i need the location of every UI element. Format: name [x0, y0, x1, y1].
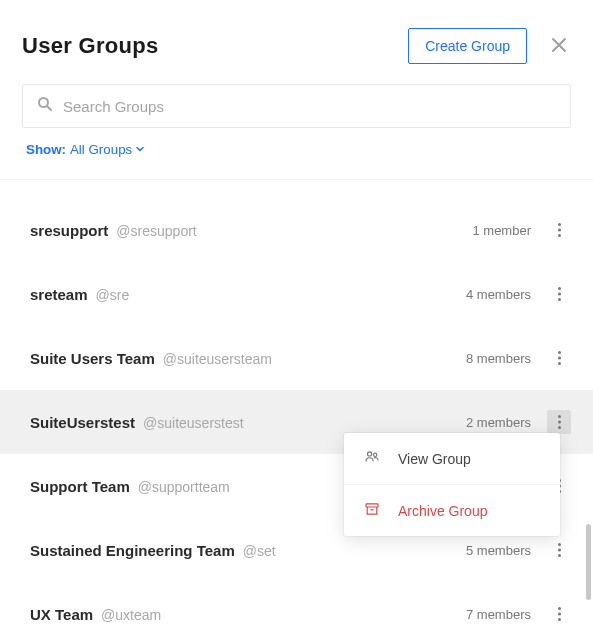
- row-actions-button[interactable]: [547, 602, 571, 626]
- member-count: 5 members: [466, 543, 531, 558]
- svg-point-13: [558, 426, 561, 429]
- chevron-down-icon: [136, 144, 144, 155]
- group-row[interactable]: UX Team@uxteam7 members: [0, 582, 593, 637]
- svg-point-4: [558, 234, 561, 237]
- group-row[interactable]: Suite Users Team@suiteusersteam8 members: [0, 326, 593, 390]
- group-name: Sustained Engineering Team: [30, 542, 235, 559]
- kebab-icon: [558, 607, 561, 621]
- svg-point-20: [558, 607, 561, 610]
- group-handle: @suiteusersteam: [163, 351, 272, 367]
- member-count: 8 members: [466, 351, 531, 366]
- svg-point-21: [558, 613, 561, 616]
- svg-point-5: [558, 287, 561, 290]
- archive-group-menu-item[interactable]: Archive Group: [344, 484, 560, 536]
- close-icon: [551, 37, 567, 53]
- kebab-icon: [558, 287, 561, 301]
- group-name: Suite Users Team: [30, 350, 155, 367]
- filter-value: All Groups: [70, 142, 132, 157]
- svg-point-7: [558, 298, 561, 301]
- svg-point-8: [558, 351, 561, 354]
- archive-group-label: Archive Group: [398, 503, 487, 519]
- svg-rect-25: [366, 504, 378, 507]
- member-count: 7 members: [466, 607, 531, 622]
- search-icon: [37, 96, 53, 116]
- svg-point-18: [558, 549, 561, 552]
- svg-point-19: [558, 554, 561, 557]
- member-count: 1 member: [472, 223, 531, 238]
- svg-point-10: [558, 362, 561, 365]
- svg-point-6: [558, 293, 561, 296]
- page-title: User Groups: [22, 33, 159, 59]
- svg-point-9: [558, 357, 561, 360]
- filter-dropdown[interactable]: Show: All Groups: [26, 142, 144, 157]
- svg-point-22: [558, 618, 561, 621]
- group-list: sresupport@sresupport1 membersreteam@sre…: [0, 198, 593, 637]
- group-handle: @uxteam: [101, 607, 161, 623]
- row-actions-button[interactable]: [547, 538, 571, 562]
- row-actions-button[interactable]: [547, 282, 571, 306]
- svg-point-23: [368, 452, 372, 456]
- row-actions-button[interactable]: [547, 346, 571, 370]
- svg-point-24: [374, 453, 377, 456]
- group-handle: @suiteuserstest: [143, 415, 244, 431]
- svg-line-1: [47, 106, 51, 110]
- kebab-icon: [558, 223, 561, 237]
- search-field[interactable]: [22, 84, 571, 128]
- view-group-label: View Group: [398, 451, 471, 467]
- row-actions-button[interactable]: [547, 410, 571, 434]
- svg-point-3: [558, 229, 561, 232]
- group-name: sresupport: [30, 222, 108, 239]
- group-row[interactable]: sresupport@sresupport1 member: [0, 198, 593, 262]
- close-button[interactable]: [547, 31, 571, 61]
- kebab-icon: [558, 351, 561, 365]
- group-name: sreteam: [30, 286, 88, 303]
- svg-point-11: [558, 415, 561, 418]
- search-input[interactable]: [63, 98, 556, 115]
- svg-point-12: [558, 421, 561, 424]
- group-name: SuiteUserstest: [30, 414, 135, 431]
- group-handle: @sresupport: [116, 223, 196, 239]
- kebab-icon: [558, 543, 561, 557]
- scrollbar[interactable]: [586, 524, 591, 600]
- group-handle: @sre: [96, 287, 130, 303]
- group-handle: @set: [243, 543, 276, 559]
- kebab-icon: [558, 415, 561, 429]
- svg-point-2: [558, 223, 561, 226]
- create-group-button[interactable]: Create Group: [408, 28, 527, 64]
- group-row[interactable]: sreteam@sre4 members: [0, 262, 593, 326]
- archive-icon: [364, 501, 380, 520]
- divider: [0, 179, 593, 180]
- member-count: 2 members: [466, 415, 531, 430]
- group-handle: @supportteam: [138, 479, 230, 495]
- view-group-menu-item[interactable]: View Group: [344, 433, 560, 484]
- filter-prefix: Show:: [26, 142, 66, 157]
- group-name: UX Team: [30, 606, 93, 623]
- member-count: 4 members: [466, 287, 531, 302]
- group-icon: [364, 449, 380, 468]
- context-menu: View Group Archive Group: [344, 433, 560, 536]
- svg-point-17: [558, 543, 561, 546]
- group-name: Support Team: [30, 478, 130, 495]
- row-actions-button[interactable]: [547, 218, 571, 242]
